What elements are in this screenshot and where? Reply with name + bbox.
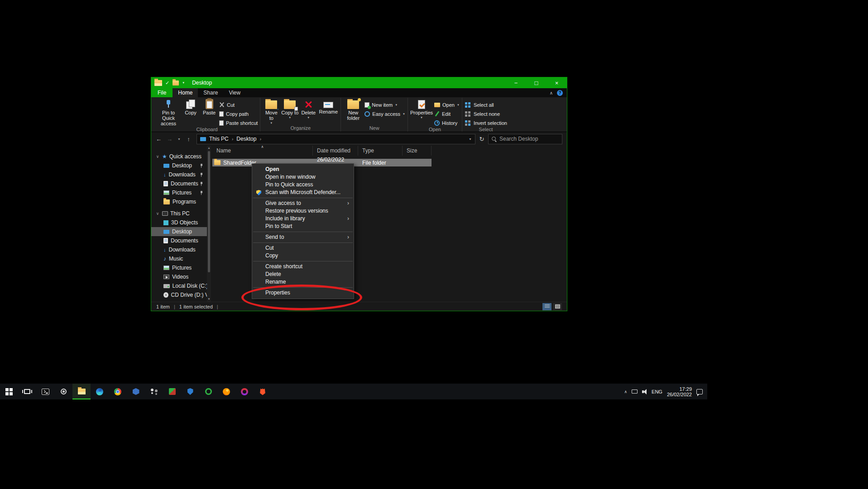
tab-home[interactable]: Home [173,88,198,97]
sidebar-item-videos[interactable]: Videos [151,272,207,281]
sidebar-item-desktop[interactable]: Desktop [151,227,207,236]
sidebar-item-this-pc[interactable]: ∨ This PC [151,209,207,218]
sidebar-item-documents[interactable]: Documents [151,236,207,245]
tab-view[interactable]: View [223,88,246,97]
recent-locations-chevron-icon[interactable]: ▼ [176,138,182,141]
sidebar-item-cd-drive-d[interactable]: CD Drive (D:) Vir [151,290,207,299]
breadcrumb-this-pc[interactable]: This PC [209,136,229,142]
delete-button[interactable]: Delete ▼ [300,98,317,119]
sidebar-item-vmshared[interactable]: vmShared (\\VB [151,299,207,302]
select-none-button[interactable]: Select none [465,110,507,117]
sidebar-item-pictures-pinned[interactable]: Pictures [151,188,207,197]
new-item-button[interactable]: New item ▼ [364,101,405,108]
new-folder-qat-icon[interactable] [173,81,179,85]
details-view-button[interactable] [542,303,551,310]
tab-file[interactable]: File [151,88,173,97]
column-header-type[interactable]: Type [358,146,403,156]
sidebar-item-programs[interactable]: Programs [151,197,207,206]
context-menu-item-create-shortcut[interactable]: Create shortcut [252,263,354,271]
taskbar-settings-button[interactable] [54,384,72,399]
taskbar-shield-app-button[interactable] [181,384,199,399]
collapse-ribbon-icon[interactable]: ∧ [550,90,553,95]
column-header-name[interactable]: ∧ Name [212,146,313,156]
breadcrumb-desktop[interactable]: Desktop [236,136,256,142]
copy-path-button[interactable]: Copy path [219,110,258,117]
tab-share[interactable]: Share [198,88,223,97]
close-button[interactable]: × [547,77,567,88]
address-dropdown-icon[interactable]: ▼ [469,138,472,141]
taskbar-firefox-button[interactable] [217,384,235,399]
display-tray-icon[interactable] [632,389,638,394]
task-view-button[interactable] [18,384,36,399]
copy-button[interactable]: Copy [182,98,199,115]
address-box[interactable]: This PC › Desktop › ▼ [197,134,475,144]
clock[interactable]: 17:29 26/02/2022 [667,386,692,397]
context-menu-item-send-to[interactable]: Send to › [252,233,354,241]
context-menu-item-pin-to-quick-access[interactable]: Pin to Quick access [252,181,354,189]
sidebar-item-downloads[interactable]: ↓ Downloads [151,245,207,254]
paste-shortcut-button[interactable]: Paste shortcut [219,119,258,126]
help-icon[interactable]: ? [557,90,563,96]
context-menu-item-delete[interactable]: Delete [252,271,354,278]
rename-button[interactable]: Rename [318,98,338,114]
thumbnails-view-button[interactable] [553,303,562,310]
select-all-button[interactable]: Select all [465,101,507,108]
pin-to-quick-access-button[interactable]: Pin to Quick access [156,98,181,126]
properties-button[interactable]: Properties ▼ [410,98,433,119]
context-menu-item-copy[interactable]: Copy [252,252,354,260]
search-input[interactable] [499,136,559,142]
taskbar-virtualbox-button[interactable] [127,384,145,399]
customize-qat-chevron-icon[interactable]: ▼ [182,81,185,84]
scrollbar-thumb[interactable] [208,151,210,272]
column-header-date-modified[interactable]: Date modified [313,146,358,156]
taskbar-file-explorer-button[interactable] [72,384,91,399]
title-bar[interactable]: ✓ ▼ Desktop − □ × [151,77,567,88]
sidebar-item-local-disk-c[interactable]: Local Disk (C:) [151,281,207,290]
context-menu-item-include-in-library[interactable]: Include in library › [252,215,354,223]
expand-chevron-icon[interactable]: ∨ [155,211,160,216]
edit-button[interactable]: Edit [434,110,460,117]
forward-button[interactable]: → [165,136,174,142]
taskbar-brave-button[interactable] [254,384,272,399]
context-menu-item-give-access-to[interactable]: Give access to › [252,199,354,207]
context-menu-item-open[interactable]: Open [252,166,354,173]
cut-button[interactable]: Cut [219,101,258,108]
back-button[interactable]: ← [154,136,163,142]
new-folder-button[interactable]: New folder [343,98,363,121]
taskbar-chrome-button[interactable] [109,384,127,399]
scroll-up-icon[interactable]: ▲ [208,146,211,150]
refresh-button[interactable]: ↻ [477,136,487,142]
sidebar-item-documents-pinned[interactable]: Documents [151,179,207,188]
taskbar-edge-button[interactable] [91,384,109,399]
scroll-down-icon[interactable]: ▼ [208,297,211,301]
taskbar-green-app-button[interactable] [199,384,217,399]
start-button[interactable] [0,384,18,399]
sidebar-item-desktop-pinned[interactable]: Desktop [151,161,207,170]
expand-chevron-icon[interactable]: ∨ [155,154,160,159]
move-to-button[interactable]: → Move to ▼ [263,98,280,124]
properties-qat-icon[interactable]: ✓ [165,80,169,86]
sidebar-item-music[interactable]: ♪ Music [151,254,207,263]
up-button[interactable]: ↑ [184,136,193,142]
hidden-icons-chevron-icon[interactable]: ∧ [624,389,628,394]
taskbar-people-button[interactable] [145,384,163,399]
invert-selection-button[interactable]: Invert selection [465,119,507,126]
easy-access-button[interactable]: Easy access ▼ [364,110,405,117]
sidebar-item-3d-objects[interactable]: 3D Objects [151,218,207,227]
open-button[interactable]: Open ▼ [434,101,460,108]
sidebar-item-pictures[interactable]: Pictures [151,263,207,272]
copy-to-button[interactable]: Copy to ▼ [281,98,298,119]
sidebar-scrollbar[interactable]: ▲ ▼ [207,146,211,302]
taskbar-app-button-1[interactable] [163,384,181,399]
context-menu-item-pin-to-start[interactable]: Pin to Start [252,223,354,230]
paste-button[interactable]: Paste [201,98,218,115]
volume-icon[interactable] [642,390,644,393]
language-indicator[interactable]: ENG [652,389,662,394]
context-menu-item-open-in-new-window[interactable]: Open in new window [252,173,354,181]
taskbar-ring-app-button[interactable] [235,384,254,399]
sidebar-item-downloads-pinned[interactable]: ↓ Downloads [151,170,207,179]
sidebar-item-quick-access[interactable]: ∨ ★ Quick access [151,152,207,161]
action-center-icon[interactable] [696,389,703,394]
context-menu-item-restore-previous-versions[interactable]: Restore previous versions [252,207,354,215]
maximize-button[interactable]: □ [526,77,547,88]
